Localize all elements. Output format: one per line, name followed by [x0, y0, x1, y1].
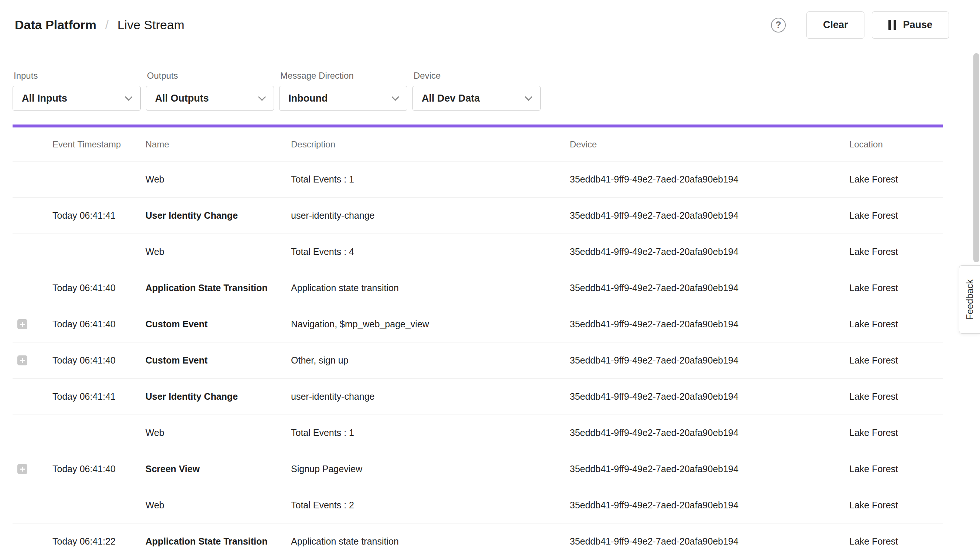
expand-button[interactable] [18, 356, 27, 365]
expand-cell [13, 392, 52, 402]
table-row[interactable]: Today 06:41:40 Application State Transit… [13, 270, 943, 306]
chevron-down-icon [258, 93, 266, 101]
expand-cell [13, 464, 52, 474]
chevron-down-icon [525, 93, 533, 101]
event-name: Application State Transition [145, 282, 291, 293]
event-location: Lake Forest [849, 246, 943, 257]
pause-button[interactable]: Pause [872, 11, 949, 39]
event-timestamp: Today 06:41:40 [52, 464, 145, 474]
inputs-select[interactable]: All Inputs [13, 86, 141, 111]
event-device-id: 35eddb41-9ff9-49e2-7aed-20afa90eb194 [570, 282, 849, 293]
event-timestamp: Today 06:41:22 [52, 536, 145, 547]
event-location: Lake Forest [849, 355, 943, 366]
table-row[interactable]: Today 06:41:40 Custom Event Navigation, … [13, 306, 943, 343]
table-row[interactable]: Today 06:41:22 Application State Transit… [13, 523, 943, 549]
table-row[interactable]: Today 06:41:41 User Identity Change user… [13, 198, 943, 234]
feedback-tab[interactable]: Feedback [959, 265, 980, 334]
message-direction-select[interactable]: Inbound [279, 86, 407, 111]
event-description: Signup Pageview [291, 464, 570, 474]
expand-cell [13, 211, 52, 220]
chevron-down-icon [391, 93, 399, 101]
breadcrumb-data-platform[interactable]: Data Platform [15, 18, 96, 32]
event-device-id: 35eddb41-9ff9-49e2-7aed-20afa90eb194 [570, 428, 849, 438]
expand-cell [13, 283, 52, 293]
chevron-down-icon [125, 93, 132, 101]
page-title: Live Stream [118, 18, 184, 32]
event-timestamp: Today 06:41:40 [52, 355, 145, 366]
table-row[interactable]: Web Total Events : 4 35eddb41-9ff9-49e2-… [13, 234, 943, 270]
event-description: user-identity-change [291, 391, 570, 402]
expand-cell [13, 247, 52, 257]
clear-button-label: Clear [823, 19, 848, 31]
event-name: Application State Transition [145, 536, 291, 547]
table-row[interactable]: Today 06:41:41 User Identity Change user… [13, 379, 943, 415]
event-table-header: Event Timestamp Name Description Device … [13, 128, 943, 161]
event-timestamp: Today 06:41:40 [52, 319, 145, 330]
event-table-body: Web Total Events : 1 35eddb41-9ff9-49e2-… [13, 161, 943, 549]
filter-group-outputs: Outputs All Outputs [146, 70, 274, 111]
expand-cell [13, 356, 52, 365]
event-name: Web [145, 500, 291, 511]
event-name: User Identity Change [145, 391, 291, 402]
event-location: Lake Forest [849, 464, 943, 474]
event-location: Lake Forest [849, 210, 943, 221]
event-description: Total Events : 1 [291, 174, 570, 185]
device-select[interactable]: All Dev Data [412, 86, 541, 111]
message-direction-filter-label: Message Direction [280, 70, 407, 81]
device-select-value: All Dev Data [422, 93, 480, 104]
feedback-tab-label: Feedback [964, 279, 975, 320]
expand-cell [13, 536, 52, 546]
column-header-event-timestamp: Event Timestamp [52, 139, 145, 150]
event-description: Total Events : 4 [291, 246, 570, 257]
table-row[interactable]: Today 06:41:40 Screen View Signup Pagevi… [13, 451, 943, 487]
event-name: User Identity Change [145, 210, 291, 221]
event-location: Lake Forest [849, 319, 943, 330]
event-name: Screen View [145, 464, 291, 474]
table-row[interactable]: Web Total Events : 1 35eddb41-9ff9-49e2-… [13, 415, 943, 451]
scrollbar-thumb[interactable] [974, 53, 979, 262]
event-device-id: 35eddb41-9ff9-49e2-7aed-20afa90eb194 [570, 246, 849, 257]
event-name: Web [145, 428, 291, 438]
inputs-select-value: All Inputs [22, 93, 67, 104]
event-location: Lake Forest [849, 174, 943, 185]
breadcrumb: Data Platform / Live Stream [15, 18, 184, 32]
help-icon[interactable]: ? [771, 18, 786, 32]
event-description: Navigation, $mp_web_page_view [291, 319, 570, 330]
outputs-select[interactable]: All Outputs [146, 86, 274, 111]
event-description: Other, sign up [291, 355, 570, 366]
breadcrumb-separator: / [105, 18, 108, 32]
outputs-select-value: All Outputs [155, 93, 208, 104]
event-device-id: 35eddb41-9ff9-49e2-7aed-20afa90eb194 [570, 319, 849, 330]
pause-button-label: Pause [903, 19, 932, 31]
event-location: Lake Forest [849, 282, 943, 293]
top-bar: Data Platform / Live Stream ? Clear Paus… [0, 0, 980, 50]
event-device-id: 35eddb41-9ff9-49e2-7aed-20afa90eb194 [570, 391, 849, 402]
event-location: Lake Forest [849, 391, 943, 402]
table-row[interactable]: Web Total Events : 1 35eddb41-9ff9-49e2-… [13, 161, 943, 198]
expand-cell [13, 500, 52, 510]
column-header-location: Location [849, 139, 943, 150]
event-device-id: 35eddb41-9ff9-49e2-7aed-20afa90eb194 [570, 174, 849, 185]
expand-button[interactable] [18, 319, 27, 329]
event-description: user-identity-change [291, 210, 570, 221]
clear-button[interactable]: Clear [807, 11, 865, 39]
event-name: Custom Event [145, 319, 291, 330]
filter-group-device: Device All Dev Data [412, 70, 541, 111]
column-header-device: Device [570, 139, 849, 150]
expand-cell [13, 319, 52, 329]
event-name: Web [145, 174, 291, 185]
event-description: Total Events : 1 [291, 428, 570, 438]
expand-button[interactable] [18, 464, 27, 474]
inputs-filter-label: Inputs [14, 70, 141, 81]
event-device-id: 35eddb41-9ff9-49e2-7aed-20afa90eb194 [570, 500, 849, 511]
table-row[interactable]: Web Total Events : 2 35eddb41-9ff9-49e2-… [13, 487, 943, 523]
event-description: Application state transition [291, 536, 570, 547]
column-header-name: Name [145, 139, 291, 150]
event-name: Custom Event [145, 355, 291, 366]
expand-cell [13, 428, 52, 438]
event-device-id: 35eddb41-9ff9-49e2-7aed-20afa90eb194 [570, 464, 849, 474]
table-row[interactable]: Today 06:41:40 Custom Event Other, sign … [13, 343, 943, 379]
event-device-id: 35eddb41-9ff9-49e2-7aed-20afa90eb194 [570, 536, 849, 547]
device-filter-label: Device [414, 70, 541, 81]
event-location: Lake Forest [849, 536, 943, 547]
